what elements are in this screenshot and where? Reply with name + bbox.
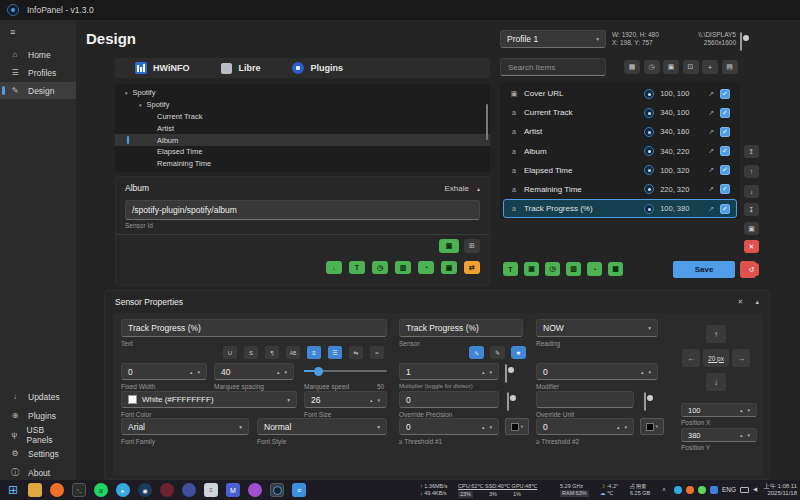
- tree-node-spotify-group[interactable]: ▾ Spotify: [115, 99, 490, 111]
- network-speed-widget[interactable]: ↑ 1.36MB/s ↓ 49.4KB/s: [420, 483, 448, 497]
- sensor-custom-mode-button[interactable]: ✎: [490, 346, 505, 359]
- marquee-speed-slider[interactable]: [304, 366, 387, 376]
- tree-leaf-elapsed-time[interactable]: Elapsed Time: [115, 146, 490, 158]
- clock-tool-button[interactable]: ◷: [644, 60, 660, 74]
- tray-orange-icon[interactable]: [686, 486, 694, 494]
- new-image-button[interactable]: ▣: [524, 262, 539, 276]
- spin-up-icon[interactable]: ▴: [190, 369, 193, 375]
- threshold1-spinner[interactable]: 0 ▴▾: [399, 418, 499, 435]
- new-donut-button[interactable]: ◔: [587, 262, 602, 276]
- nudge-left-button[interactable]: ←: [682, 349, 700, 367]
- duplicate-button[interactable]: ▣: [744, 222, 759, 235]
- spin-up-icon[interactable]: ▴: [740, 407, 743, 413]
- visible-checkbox[interactable]: ✓: [720, 204, 730, 214]
- list-item-track-progress-selected[interactable]: a Track Progress (%) 100, 380 ↗ ✓: [504, 200, 736, 217]
- spin-down-icon[interactable]: ▾: [747, 432, 750, 438]
- underline-button[interactable]: U: [223, 346, 237, 359]
- uppercase-button[interactable]: AB: [286, 346, 300, 359]
- position-icon[interactable]: [644, 108, 654, 118]
- move-down-button[interactable]: ↓: [744, 185, 759, 198]
- modifier-spinner[interactable]: 0 ▴▾: [536, 363, 658, 380]
- visible-checkbox[interactable]: ✓: [720, 184, 730, 194]
- font-color-dropdown[interactable]: White (#FFFFFFFF) ▾: [121, 391, 297, 408]
- visible-checkbox[interactable]: ✓: [720, 127, 730, 137]
- telegram-icon[interactable]: ▸: [116, 483, 130, 497]
- save-button[interactable]: Save: [673, 261, 735, 278]
- override-unit-toggle[interactable]: [644, 392, 646, 411]
- grid-tool-button[interactable]: ▦: [624, 60, 640, 74]
- sensor-id-field[interactable]: /spotify-plugin/spotify/album: [125, 200, 480, 220]
- move-to-bottom-button[interactable]: ↧: [744, 203, 759, 216]
- display-toggle[interactable]: [740, 32, 742, 51]
- sidebar-item-plugins[interactable]: ⊕ Plugins: [0, 407, 76, 424]
- app-icon-red[interactable]: [160, 483, 174, 497]
- tree-scrollbar[interactable]: [486, 104, 489, 140]
- start-button[interactable]: ⊞: [6, 483, 20, 497]
- infopanel-taskbar-icon-active[interactable]: [270, 483, 284, 497]
- nudge-down-button[interactable]: ↓: [706, 373, 726, 391]
- visible-checkbox[interactable]: ✓: [720, 165, 730, 175]
- spin-down-icon[interactable]: ▾: [197, 369, 200, 375]
- list-tool-button[interactable]: ▤: [722, 60, 738, 74]
- spin-up-icon[interactable]: ▴: [740, 432, 743, 438]
- spin-down-icon[interactable]: ▾: [377, 397, 380, 403]
- grid-button[interactable]: ⊞: [464, 239, 480, 253]
- list-item-album[interactable]: a Album 340, 220 ↗ ✓: [504, 143, 736, 160]
- freq-ram-widget[interactable]: 5.29 GHz RAM:63%: [560, 483, 589, 497]
- link-icon[interactable]: ↗: [708, 205, 714, 213]
- tray-blue-icon[interactable]: [710, 486, 718, 494]
- app-icon-indigo[interactable]: [182, 483, 196, 497]
- hamburger-icon[interactable]: ≡: [10, 27, 15, 37]
- sidebar-item-profiles[interactable]: ☰ Profiles: [0, 64, 76, 81]
- font-size-spinner[interactable]: 26 ▴▾: [304, 391, 387, 408]
- language-indicator[interactable]: ENG: [722, 486, 736, 493]
- position-icon[interactable]: [644, 89, 654, 99]
- apply-button[interactable]: ▣: [439, 239, 459, 253]
- notepad-app-icon[interactable]: ≡: [292, 483, 306, 497]
- tray-expand-chevron[interactable]: ∧: [662, 486, 666, 493]
- new-gauge-button[interactable]: ▦: [608, 262, 623, 276]
- slider-knob[interactable]: [314, 367, 323, 376]
- spin-down-icon[interactable]: ▾: [489, 369, 492, 375]
- temps-widget[interactable]: CPU:62℃ SSD:40℃ GPU:48℃ 23% 3% 1%: [458, 483, 537, 498]
- add-sensor-button-1[interactable]: ↓: [326, 261, 342, 274]
- terminal-icon[interactable]: >_: [72, 483, 86, 497]
- font-family-dropdown[interactable]: Arial ▾: [121, 418, 249, 435]
- clock-widget[interactable]: 上午 1:08:11 2025/11/18: [764, 483, 797, 497]
- tree-leaf-remaining-time[interactable]: Remaining Time: [115, 158, 490, 170]
- override-precision-toggle[interactable]: [507, 392, 509, 411]
- app-icon-purple[interactable]: [248, 483, 262, 497]
- file-explorer-icon[interactable]: [28, 483, 42, 497]
- spotify-icon[interactable]: ≋: [94, 483, 108, 497]
- position-icon[interactable]: [644, 184, 654, 194]
- link-icon[interactable]: ↗: [708, 147, 714, 155]
- swap-button[interactable]: ⇄: [464, 261, 480, 274]
- tray-green-icon[interactable]: [698, 486, 706, 494]
- new-text-button[interactable]: T: [503, 262, 518, 276]
- override-precision-field[interactable]: 0: [399, 391, 499, 408]
- chevron-down-icon[interactable]: ▾: [125, 90, 128, 96]
- link-icon[interactable]: ↗: [708, 90, 714, 98]
- chevron-down-icon[interactable]: ▾: [139, 102, 142, 108]
- add-graph-button[interactable]: ▥: [395, 261, 411, 274]
- sensor-star-mode-button[interactable]: ★: [511, 346, 526, 359]
- sidebar-item-usb-panels[interactable]: ψ USB Panels: [0, 426, 76, 443]
- spin-up-icon[interactable]: ▴: [617, 424, 620, 430]
- position-icon[interactable]: [644, 146, 654, 156]
- collapse-icon[interactable]: ▴: [755, 298, 759, 306]
- spin-down-icon[interactable]: ▾: [284, 369, 287, 375]
- sidebar-item-updates[interactable]: ↓ Updates: [0, 388, 76, 405]
- font-style-dropdown[interactable]: Normal ▾: [257, 418, 387, 435]
- add-tool-button[interactable]: +: [702, 60, 718, 74]
- image-tool-button[interactable]: ▣: [663, 60, 679, 74]
- fixed-width-spinner[interactable]: 0 ▴▾: [121, 363, 207, 380]
- tree-leaf-current-track[interactable]: Current Track: [115, 111, 490, 123]
- override-unit-field[interactable]: [536, 391, 634, 408]
- tree-leaf-album-selected[interactable]: Album: [115, 134, 490, 146]
- tab-hwinfo[interactable]: HWiNFO: [121, 58, 203, 78]
- align-center-button[interactable]: ☰: [328, 346, 342, 359]
- threshold2-spinner[interactable]: 0 ▴▾: [536, 418, 634, 435]
- link-icon[interactable]: ↗: [708, 185, 714, 193]
- sidebar-item-home[interactable]: ⌂ Home: [0, 46, 76, 63]
- threshold2-color-picker[interactable]: ▾: [640, 418, 664, 435]
